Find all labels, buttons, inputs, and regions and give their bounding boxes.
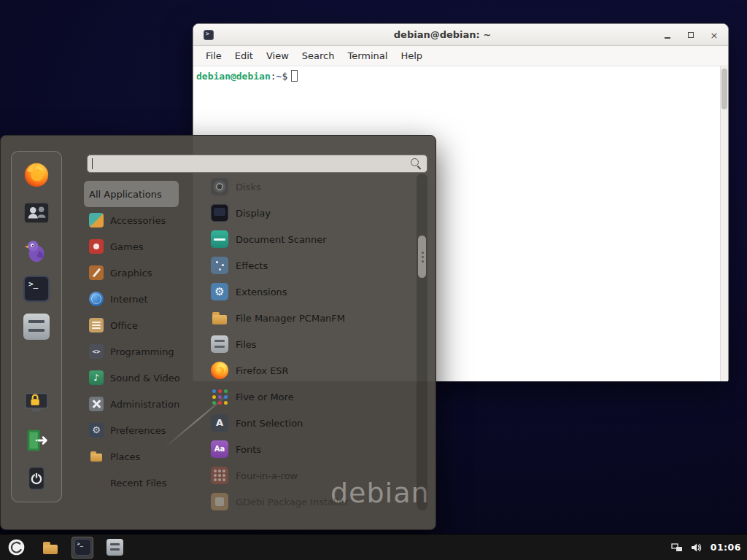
category-recent-files[interactable]: Recent Files — [84, 470, 179, 496]
menu-search[interactable]: Search — [295, 47, 341, 64]
favorite-firefox-button[interactable] — [20, 160, 53, 190]
font-selection-icon — [211, 414, 228, 432]
menu-button[interactable] — [3, 534, 29, 560]
category-all-applications[interactable]: All Applications — [84, 181, 179, 207]
app-five-or-more[interactable]: Five or More — [206, 384, 417, 410]
category-preferences[interactable]: Preferences — [84, 417, 179, 443]
terminal-scrollbar-thumb[interactable] — [721, 69, 727, 109]
category-graphics[interactable]: Graphics — [84, 260, 179, 286]
menu-file[interactable]: File — [199, 47, 228, 64]
app-label: Extensions — [236, 287, 287, 298]
network-icon — [671, 542, 683, 553]
terminal-titlebar[interactable]: debian@debian: ~ × — [193, 24, 728, 46]
app-fonts[interactable]: Fonts — [206, 436, 417, 462]
close-button[interactable]: × — [708, 28, 721, 42]
category-programming[interactable]: Programming — [84, 338, 185, 365]
category-label: All Applications — [89, 189, 162, 200]
terminal-cursor — [291, 70, 298, 82]
gdebi-icon — [211, 493, 228, 510]
desktop: debian@debian: ~ × File Edit View Search… — [0, 0, 747, 560]
app-label: Four-in-a-row — [236, 470, 298, 481]
menu-help[interactable]: Help — [394, 47, 429, 64]
favorite-messenger-button[interactable] — [20, 236, 53, 265]
app-label: Fonts — [236, 444, 261, 455]
app-label: Font Selection — [236, 418, 303, 429]
window-controls: × — [661, 24, 721, 46]
favorite-users-button[interactable] — [20, 198, 53, 228]
prompt-colon: : — [271, 71, 276, 82]
shutdown-button[interactable] — [20, 464, 53, 493]
app-label: Document Scanner — [236, 234, 327, 245]
file-cabinet-icon — [107, 539, 123, 556]
clock[interactable]: 01:06 — [709, 542, 741, 553]
graphics-icon — [89, 265, 104, 280]
files-launcher[interactable] — [104, 537, 125, 559]
app-gdebi-package-installer[interactable]: GDebi Package Installer — [206, 489, 417, 510]
app-extensions[interactable]: Extensions — [206, 279, 417, 305]
display-icon — [211, 204, 228, 222]
category-accessories[interactable]: Accessories — [84, 207, 179, 233]
terminal-scrollbar[interactable] — [720, 66, 728, 381]
category-label: Preferences — [110, 425, 166, 436]
volume-indicator[interactable] — [690, 542, 702, 553]
taskbar-panel: 01:06 — [0, 534, 747, 560]
category-internet[interactable]: Internet — [84, 286, 179, 312]
minimize-button[interactable] — [661, 28, 674, 42]
app-list-scrollbar-thumb[interactable] — [418, 236, 426, 278]
logout-button[interactable] — [20, 426, 53, 455]
file-manager-launcher[interactable] — [39, 537, 61, 559]
app-four-in-a-row[interactable]: Four-in-a-row — [206, 462, 417, 489]
app-display[interactable]: Display — [206, 200, 417, 226]
firefox-icon — [211, 362, 228, 379]
sound-video-icon — [89, 370, 104, 385]
files-icon — [211, 335, 228, 353]
five-or-more-icon — [211, 388, 228, 405]
maximize-button[interactable] — [684, 28, 697, 42]
volume-icon — [690, 542, 702, 553]
lock-screen-icon — [23, 389, 50, 416]
search-input[interactable] — [87, 155, 427, 173]
terminal-window-button[interactable] — [71, 537, 93, 559]
lock-screen-button[interactable] — [20, 388, 53, 417]
category-label: Places — [110, 451, 140, 462]
category-list: All Applications Accessories Games Graph… — [84, 181, 201, 496]
network-indicator[interactable] — [671, 542, 683, 553]
prompt-user-host: debian@debian — [196, 71, 271, 82]
app-effects[interactable]: Effects — [206, 252, 417, 279]
disks-icon — [211, 178, 228, 195]
app-firefox-esr[interactable]: Firefox ESR — [206, 357, 417, 384]
menu-edit[interactable]: Edit — [228, 47, 260, 64]
prompt-path: ~ — [276, 71, 282, 82]
category-office[interactable]: Office — [84, 312, 179, 338]
app-document-scanner[interactable]: Document Scanner — [206, 226, 417, 252]
app-label: Effects — [236, 260, 268, 271]
app-file-manager-pcmanfm[interactable]: File Manager PCManFM — [206, 305, 417, 331]
favorite-terminal-button[interactable] — [20, 274, 53, 303]
places-icon — [89, 449, 104, 464]
app-list-scrollbar[interactable] — [417, 174, 427, 510]
shutdown-icon — [23, 464, 50, 492]
category-games[interactable]: Games — [84, 233, 179, 260]
app-files[interactable]: Files — [206, 331, 417, 357]
category-label: Administration — [110, 399, 179, 410]
menu-terminal[interactable]: Terminal — [341, 47, 394, 64]
app-disks[interactable]: Disks — [206, 174, 417, 200]
menu-view[interactable]: View — [260, 47, 295, 64]
terminal-icon — [74, 539, 91, 556]
shell-prompt: debian@debian:~$ — [196, 70, 718, 82]
category-label: Accessories — [110, 215, 166, 226]
file-cabinet-icon — [23, 314, 50, 340]
category-label: Programming — [110, 346, 174, 357]
category-administration[interactable]: Administration — [84, 391, 190, 417]
category-sound-video[interactable]: Sound & Video — [84, 365, 190, 391]
application-menu: debian — [0, 135, 436, 530]
app-font-selection[interactable]: Font Selection — [206, 410, 417, 436]
extensions-icon — [211, 283, 228, 300]
favorite-files-button[interactable] — [20, 312, 53, 341]
app-label: Files — [236, 339, 257, 350]
four-in-a-row-icon — [211, 467, 228, 484]
logout-icon — [23, 427, 50, 454]
category-label: Office — [110, 320, 138, 331]
firefox-icon — [23, 161, 50, 189]
category-places[interactable]: Places — [84, 443, 179, 470]
